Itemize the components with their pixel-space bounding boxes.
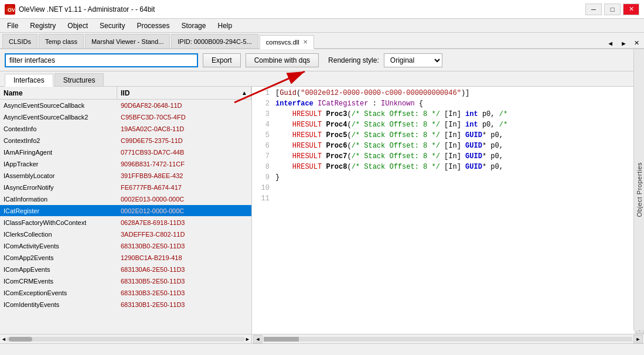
tab-clsids[interactable]: CLSIDs <box>2 34 38 48</box>
code-line-11: 11 <box>252 194 635 205</box>
list-item[interactable]: AsyncIEventSourceCallback90D6AF82-0648-1… <box>0 100 251 111</box>
list-item[interactable]: ContextInfo2C99D6E75-2375-11D <box>0 135 251 146</box>
tab-comsvcs[interactable]: comsvcs.dll ✕ <box>260 35 314 49</box>
code-line-8: 8 HRESULT Proc8(/* Stack Offset: 8 */ [I… <box>252 163 635 173</box>
sub-tabs: Interfaces Structures <box>0 71 644 87</box>
scroll-right-btn[interactable]: ► <box>245 336 250 342</box>
code-panel: 1 [Guid("0002e012-0000-0000-c000-0000000… <box>252 87 644 343</box>
svg-text:OV: OV <box>8 7 15 13</box>
list-item[interactable]: IComAppEvents683130A6-2E50-11D3 <box>0 264 251 275</box>
menu-processes[interactable]: Processes <box>132 21 174 31</box>
object-properties-sidebar[interactable]: Object Properties <box>633 49 644 330</box>
h-scroll-right-btn[interactable]: ► <box>633 335 643 343</box>
tab-scroll-right[interactable]: ► <box>618 40 629 47</box>
menu-help[interactable]: Help <box>213 21 237 31</box>
app-title: OleView .NET v1.11 - Administrator - - 6… <box>19 5 155 13</box>
code-horizontal-scrollbar[interactable]: ◄ ► <box>252 334 644 343</box>
subtab-structures[interactable]: Structures <box>54 73 104 86</box>
code-line-9: 9 } <box>252 173 635 184</box>
maximize-button[interactable]: □ <box>604 4 621 15</box>
close-tab-icon[interactable]: ✕ <box>303 39 308 45</box>
menu-registry[interactable]: Registry <box>25 21 60 31</box>
list-item[interactable]: ICatInformation0002E013-0000-000C <box>0 193 251 205</box>
minimize-button[interactable]: ─ <box>585 4 602 15</box>
h-scroll-left-btn[interactable]: ◄ <box>253 335 263 343</box>
title-bar: OV OleView .NET v1.11 - Administrator - … <box>0 0 644 19</box>
code-line-5: 5 HRESULT Proc5(/* Stack Offset: 8 */ [I… <box>252 131 635 142</box>
close-button[interactable]: ✕ <box>623 4 639 15</box>
list-item[interactable]: IComExceptionEvents683130B3-2E50-11D3 <box>0 287 251 299</box>
right-content: 1 [Guid("0002e012-0000-0000-c000-0000000… <box>252 87 644 334</box>
menu-object[interactable]: Object <box>63 21 93 31</box>
col-header-name: Name <box>0 87 117 99</box>
list-item[interactable]: IAppTracker9096B831-7472-11CF <box>0 158 251 170</box>
menu-bar: File Registry Object Security Processes … <box>0 19 644 33</box>
list-item[interactable]: IComApp2Events1290BC1A-B219-418 <box>0 252 251 264</box>
tab-scroll-left[interactable]: ◄ <box>605 40 616 47</box>
scroll-left-btn[interactable]: ◄ <box>1 336 6 342</box>
tab-tempclass[interactable]: Temp class <box>39 34 84 48</box>
tab-close[interactable]: ✕ <box>632 39 642 47</box>
sort-icon[interactable]: ▲ <box>241 90 247 96</box>
export-button[interactable]: Export <box>203 53 241 67</box>
h-scroll-track <box>264 337 632 342</box>
split-pane: Name IID ▲ AsyncIEventSourceCallback90D6… <box>0 87 644 343</box>
interface-list-body[interactable]: AsyncIEventSourceCallback90D6AF82-0648-1… <box>0 100 251 334</box>
menu-storage[interactable]: Storage <box>176 21 210 31</box>
h-scroll-thumb[interactable] <box>264 337 299 342</box>
main-content: Export Combine with dqs Rendering style:… <box>0 49 644 355</box>
col-header-iid: IID ▲ <box>117 87 251 99</box>
list-item[interactable]: IComActivityEvents683130B0-2E50-11D3 <box>0 240 251 252</box>
code-line-6: 6 HRESULT Proc6(/* Stack Offset: 8 */ [I… <box>252 142 635 152</box>
list-item-selected[interactable]: ICatRegister0002E012-0000-000C <box>0 205 251 217</box>
code-line-2: 2 interface ICatRegister : IUnknown { <box>252 100 635 110</box>
tab-marshviewer[interactable]: Marshal Viewer - Stand... <box>85 34 170 48</box>
subtab-interfaces[interactable]: Interfaces <box>5 74 53 87</box>
rendering-label: Rendering style: <box>328 56 379 64</box>
list-item[interactable]: ContextInfo19A5A02C-0AC8-11D <box>0 123 251 135</box>
filter-input[interactable] <box>5 53 198 67</box>
scroll-thumb[interactable] <box>9 337 32 342</box>
tab-bar-right: ◄ ► ✕ <box>605 39 642 48</box>
list-horizontal-scrollbar[interactable]: ◄ ► <box>0 334 251 343</box>
list-item[interactable]: IComIdentityEvents683130B1-2E50-11D3 <box>0 299 251 310</box>
list-item[interactable]: IAssemblyLocator391FFBB9-A8EE-432 <box>0 170 251 182</box>
status-bar <box>0 343 644 355</box>
list-item[interactable]: IClerksCollection3ADEFFE3-C802-11D <box>0 228 251 240</box>
toolbar: Export Combine with dqs Rendering style:… <box>0 49 644 71</box>
list-item[interactable]: IAsyncErrorNotifyFE6777FB-A674-417 <box>0 182 251 193</box>
code-line-10: 10 <box>252 184 635 194</box>
list-header: Name IID ▲ <box>0 87 251 100</box>
rendering-select[interactable]: Original Modern Classic <box>384 53 442 67</box>
title-bar-left: OV OleView .NET v1.11 - Administrator - … <box>5 4 155 15</box>
combine-button[interactable]: Combine with dqs <box>246 53 319 67</box>
list-item[interactable]: IAmAFiringAgent0771CB93-DA7C-44B <box>0 146 251 158</box>
menu-file[interactable]: File <box>2 21 23 31</box>
list-item[interactable]: AsyncIEventSourceCallback2C95BFC3D-70C5-… <box>0 111 251 123</box>
scroll-track <box>6 337 245 342</box>
window-controls: ─ □ ✕ <box>585 4 639 15</box>
code-line-1: 1 [Guid("0002e012-0000-0000-c000-0000000… <box>252 89 635 100</box>
code-view[interactable]: 1 [Guid("0002e012-0000-0000-c000-0000000… <box>252 87 635 334</box>
list-item[interactable]: IClassFactoryWithCoContext0628A7E8-6918-… <box>0 217 251 228</box>
menu-security[interactable]: Security <box>95 21 130 31</box>
list-item[interactable]: IComCRMEvents683130B5-2E50-11D3 <box>0 275 251 287</box>
interface-list-panel: Name IID ▲ AsyncIEventSourceCallback90D6… <box>0 87 252 343</box>
code-line-4: 4 HRESULT Proc4(/* Stack Offset: 8 */ [I… <box>252 121 635 131</box>
app-icon: OV <box>5 4 15 15</box>
tab-bar: CLSIDs Temp class Marshal Viewer - Stand… <box>0 33 644 49</box>
code-line-3: 3 HRESULT Proc3(/* Stack Offset: 8 */ [I… <box>252 110 635 121</box>
object-properties-label: Object Properties <box>636 162 643 217</box>
tab-ipid[interactable]: IPID: 0000B009-294C-5... <box>171 34 258 48</box>
code-line-7: 7 HRESULT Proc7(/* Stack Offset: 8 */ [I… <box>252 152 635 163</box>
